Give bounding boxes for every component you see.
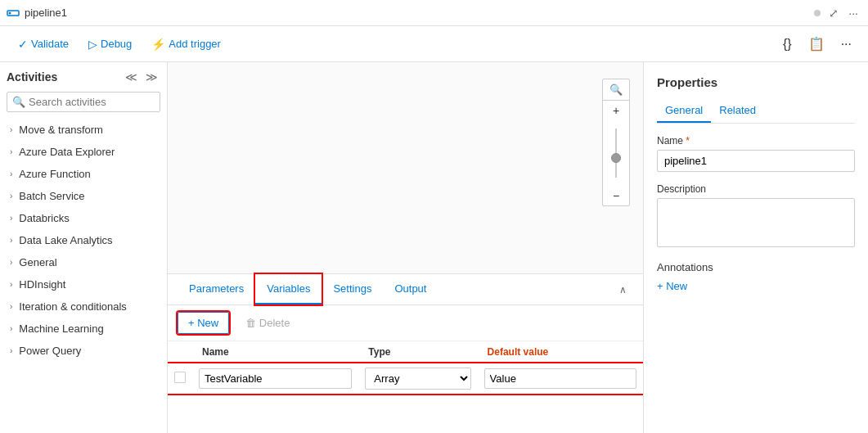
row-checkbox[interactable] — [174, 372, 186, 383]
bottom-toolbar: + New 🗑 Delete — [168, 305, 643, 341]
add-trigger-label: Add trigger — [169, 38, 221, 50]
sidebar-item-machine-learning[interactable]: › Machine Learning — [0, 318, 167, 340]
sidebar-item-label: Databricks — [19, 212, 69, 224]
chevron-right-icon: › — [10, 192, 12, 201]
tab-output[interactable]: Output — [383, 274, 438, 304]
code-icon-button[interactable]: {} — [776, 32, 798, 56]
required-marker: * — [686, 135, 690, 147]
sidebar-item-move-transform[interactable]: › Move & transform — [0, 119, 167, 141]
properties-panel: Properties General Related Name * Descri… — [643, 62, 868, 433]
expand-button[interactable]: ⤢ — [825, 5, 842, 21]
name-field-group: Name * — [657, 135, 855, 172]
trigger-icon: ⚡ — [151, 38, 165, 51]
chevron-right-icon: › — [10, 302, 12, 311]
sidebar-collapse-right[interactable]: ≫ — [143, 69, 160, 85]
sidebar-item-label: Azure Function — [19, 168, 90, 180]
add-annotation-button[interactable]: + New — [657, 280, 687, 292]
chevron-right-icon: › — [10, 324, 12, 333]
annotations-title: Annotations — [657, 261, 855, 273]
title-bar: pipeline1 ⤢ ··· — [0, 0, 868, 26]
tab-settings[interactable]: Settings — [322, 274, 383, 304]
sidebar-item-general[interactable]: › General — [0, 251, 167, 273]
sidebar-item-label: Azure Data Explorer — [19, 146, 115, 158]
doc-icon-button[interactable]: 📋 — [802, 31, 831, 56]
chevron-right-icon: › — [10, 236, 12, 245]
validate-icon: ✓ — [18, 38, 28, 51]
chevron-right-icon: › — [10, 258, 12, 267]
svg-point-1 — [9, 11, 11, 14]
more-options-button[interactable]: ··· — [845, 5, 861, 21]
properties-tabs: General Related — [657, 99, 855, 124]
new-variable-button[interactable]: + New — [178, 312, 229, 334]
sidebar-item-azure-function[interactable]: › Azure Function — [0, 163, 167, 185]
sidebar-item-label: General — [19, 256, 56, 268]
sidebar-item-databricks[interactable]: › Databricks — [0, 207, 167, 229]
pipeline-name-input[interactable] — [657, 150, 855, 172]
canvas[interactable]: 🔍 + − — [168, 62, 643, 273]
tab-variables[interactable]: Variables — [255, 274, 322, 304]
pipeline-icon — [7, 7, 20, 20]
chevron-right-icon: › — [10, 125, 12, 134]
name-label: Name * — [657, 135, 855, 147]
sidebar-collapse-left[interactable]: ≪ — [123, 69, 140, 85]
sidebar-title: Activities — [7, 70, 119, 83]
sidebar-item-data-lake-analytics[interactable]: › Data Lake Analytics — [0, 229, 167, 251]
annotations-section: Annotations + New — [657, 261, 855, 292]
ellipsis-button[interactable]: ··· — [834, 32, 858, 56]
cell-type: Array String Bool Integer — [358, 363, 477, 395]
table-row: Array String Bool Integer — [168, 363, 643, 395]
sidebar-item-label: HDInsight — [19, 278, 65, 291]
sidebar-item-label: Machine Learning — [19, 322, 103, 335]
default-value-input[interactable] — [484, 368, 636, 389]
panel-collapse-button[interactable]: ∧ — [613, 279, 633, 300]
props-tab-related[interactable]: Related — [711, 99, 764, 123]
col-header-default: Default value — [478, 341, 643, 363]
chevron-right-icon: › — [10, 147, 12, 156]
debug-button[interactable]: ▷ Debug — [80, 33, 140, 56]
sidebar-item-azure-data-explorer[interactable]: › Azure Data Explorer — [0, 141, 167, 163]
tab-parameters[interactable]: Parameters — [178, 274, 255, 304]
validate-button[interactable]: ✓ Validate — [10, 33, 77, 56]
variables-table: Name Type Default value — [168, 341, 643, 394]
sidebar-item-label: Power Query — [19, 345, 81, 357]
zoom-controls: 🔍 + − — [602, 79, 630, 206]
name-input[interactable] — [199, 368, 352, 389]
type-select[interactable]: Array String Bool Integer — [365, 368, 470, 390]
props-tab-general[interactable]: General — [657, 99, 711, 123]
cell-name — [192, 363, 358, 395]
main-content: Activities ≪ ≫ 🔍 › Move & transform › Az… — [0, 62, 868, 433]
sidebar-header: Activities ≪ ≫ — [0, 62, 167, 88]
sidebar-item-label: Move & transform — [19, 124, 103, 136]
description-input[interactable] — [657, 198, 855, 247]
canvas-area: 🔍 + − Parameters Variables Settings — [168, 62, 643, 433]
toolbar-right: {} 📋 ··· — [776, 31, 858, 56]
properties-title: Properties — [657, 75, 855, 89]
sidebar-item-iteration-conditionals[interactable]: › Iteration & conditionals — [0, 295, 167, 318]
sidebar-item-label: Data Lake Analytics — [19, 234, 112, 246]
search-input[interactable] — [29, 96, 166, 108]
zoom-out-button[interactable]: − — [606, 186, 626, 205]
sidebar-item-label: Batch Service — [19, 190, 84, 202]
description-field-group: Description — [657, 183, 855, 250]
sidebar-item-label: Iteration & conditionals — [19, 300, 127, 313]
sidebar-item-batch-service[interactable]: › Batch Service — [0, 185, 167, 207]
validate-label: Validate — [31, 38, 69, 50]
zoom-slider-thumb[interactable] — [611, 153, 621, 163]
sidebar-item-hdinsight[interactable]: › HDInsight — [0, 273, 167, 295]
col-header-name: Name — [192, 341, 358, 363]
chevron-right-icon: › — [10, 280, 12, 289]
zoom-in-button[interactable]: + — [606, 101, 626, 120]
add-trigger-button[interactable]: ⚡ Add trigger — [143, 33, 229, 56]
zoom-slider-track — [615, 129, 617, 178]
chevron-right-icon: › — [10, 214, 12, 223]
description-label: Description — [657, 183, 855, 195]
title-bar-actions: ⤢ ··· — [825, 5, 861, 21]
sidebar-item-power-query[interactable]: › Power Query — [0, 340, 167, 362]
col-header-type: Type — [358, 341, 477, 363]
cell-default — [478, 363, 643, 395]
unsaved-indicator — [814, 10, 821, 16]
zoom-search-button[interactable]: 🔍 — [603, 79, 629, 101]
tabs-row: Parameters Variables Settings Output ∧ — [168, 274, 643, 305]
zoom-slider-container — [615, 120, 617, 186]
search-box: 🔍 — [7, 92, 160, 112]
